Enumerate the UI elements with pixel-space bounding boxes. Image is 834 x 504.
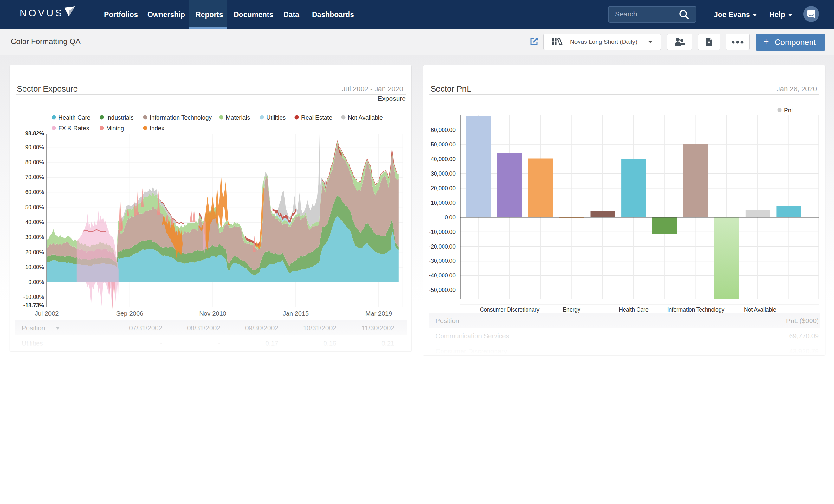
svg-text:Mar 2019: Mar 2019 — [366, 310, 392, 317]
svg-text:Jul 2002: Jul 2002 — [35, 310, 59, 317]
svg-text:-30,000.00: -30,000.00 — [429, 258, 456, 264]
svg-text:Consumer Discretionary: Consumer Discretionary — [480, 307, 540, 313]
svg-text:-40,000.00: -40,000.00 — [429, 272, 456, 279]
svg-text:-10.00%: -10.00% — [23, 294, 44, 300]
svg-text:Information Technology: Information Technology — [150, 114, 212, 121]
svg-text:-18.73%: -18.73% — [23, 302, 44, 308]
svg-text:-50,000.00: -50,000.00 — [429, 287, 456, 293]
svg-text:Real Estate: Real Estate — [301, 114, 332, 121]
svg-text:40,000.00: 40,000.00 — [431, 156, 456, 162]
svg-text:20,000.00: 20,000.00 — [431, 185, 456, 192]
svg-text:80.00%: 80.00% — [25, 159, 44, 166]
svg-text:FX & Rates: FX & Rates — [58, 125, 89, 132]
svg-text:60,000.00: 60,000.00 — [431, 127, 456, 133]
svg-text:Utilities: Utilities — [266, 114, 286, 121]
svg-text:Energy: Energy — [563, 307, 580, 313]
svg-text:PnL: PnL — [784, 107, 795, 113]
svg-text:90.00%: 90.00% — [25, 144, 44, 151]
svg-text:0.00%: 0.00% — [28, 279, 44, 285]
svg-text:30,000.00: 30,000.00 — [431, 171, 456, 177]
svg-text:Sep 2006: Sep 2006 — [116, 310, 144, 317]
svg-text:20.00%: 20.00% — [25, 249, 44, 256]
svg-text:70.00%: 70.00% — [25, 174, 44, 180]
svg-text:Industrials: Industrials — [106, 114, 134, 121]
svg-text:Not Available: Not Available — [744, 307, 776, 313]
svg-text:40.00%: 40.00% — [25, 219, 44, 225]
svg-text:0.00: 0.00 — [445, 214, 456, 221]
svg-text:30.00%: 30.00% — [25, 234, 44, 240]
svg-text:98.82%: 98.82% — [25, 130, 44, 137]
svg-text:-20,000.00: -20,000.00 — [429, 243, 456, 250]
svg-text:Information Technology: Information Technology — [667, 307, 725, 313]
svg-text:Mining: Mining — [106, 125, 124, 132]
svg-text:Jan 2015: Jan 2015 — [283, 310, 309, 317]
svg-text:60.00%: 60.00% — [25, 189, 44, 195]
svg-text:Index: Index — [150, 125, 164, 132]
svg-text:Health Care: Health Care — [619, 307, 648, 313]
svg-text:50.00%: 50.00% — [25, 204, 44, 211]
svg-text:-10,000.00: -10,000.00 — [429, 229, 456, 235]
svg-text:Materials: Materials — [226, 114, 250, 121]
svg-text:Not Available: Not Available — [348, 114, 383, 121]
svg-text:Nov 2010: Nov 2010 — [199, 310, 226, 317]
svg-text:Health Care: Health Care — [58, 114, 90, 121]
svg-text:50,000.00: 50,000.00 — [431, 141, 456, 148]
svg-text:10,000.00: 10,000.00 — [431, 200, 456, 206]
svg-text:10.00%: 10.00% — [25, 264, 44, 270]
